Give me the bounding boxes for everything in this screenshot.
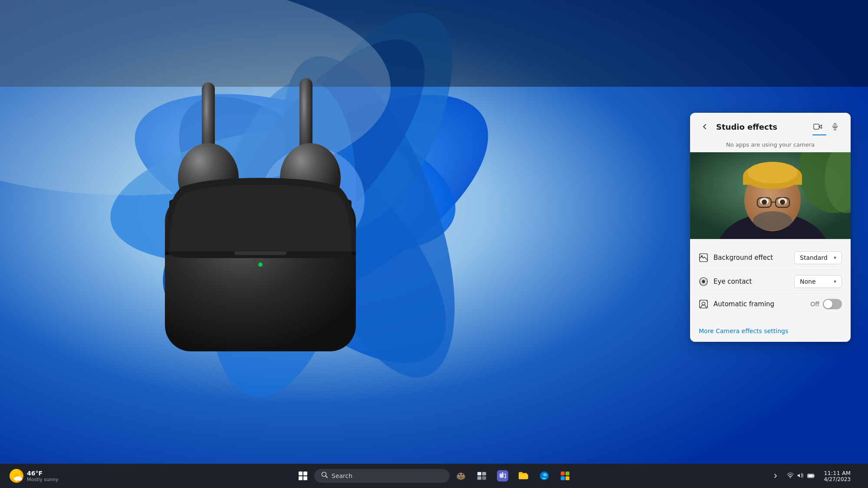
taskbar: 46°F Mostly sunny xyxy=(0,464,868,488)
toggle-knob xyxy=(824,300,832,308)
eye-contact-chevron: ▾ xyxy=(834,278,836,285)
panel-header-icons xyxy=(811,120,842,134)
desktop: Studio effects xyxy=(0,0,868,488)
taskbar-center: Search xyxy=(293,466,575,485)
automatic-framing-value-label: Off xyxy=(810,301,819,308)
svg-point-44 xyxy=(780,200,785,205)
background-effect-value: Standard xyxy=(800,254,828,261)
svg-rect-75 xyxy=(561,476,565,480)
svg-point-46 xyxy=(701,255,703,257)
svg-rect-26 xyxy=(834,124,836,128)
svg-point-66 xyxy=(459,476,463,478)
svg-rect-76 xyxy=(566,476,569,480)
eye-contact-icon xyxy=(699,277,708,286)
automatic-framing-row: Automatic framing Off xyxy=(699,294,842,314)
svg-point-36 xyxy=(747,162,798,183)
windows-logo-tile-2 xyxy=(303,472,307,475)
svg-rect-72 xyxy=(482,476,486,480)
taskbar-app-file-explorer[interactable] xyxy=(514,466,533,485)
background-effect-label: Background effect xyxy=(713,254,773,262)
svg-rect-79 xyxy=(808,475,813,477)
automatic-framing-icon xyxy=(699,299,708,309)
weather-description: Mostly sunny xyxy=(27,477,58,482)
eye-contact-value: None xyxy=(800,278,816,285)
taskbar-app-edge[interactable] xyxy=(535,466,554,485)
weather-widget[interactable]: 46°F Mostly sunny xyxy=(5,466,62,485)
search-label: Search xyxy=(332,472,352,479)
svg-point-67 xyxy=(460,473,461,474)
background-effect-select[interactable]: Standard ▾ xyxy=(794,251,842,264)
background-effect-chevron: ▾ xyxy=(834,255,836,261)
taskbar-right: 11:11 AM 4/27/2023 xyxy=(769,466,863,485)
svg-point-48 xyxy=(702,280,705,283)
camera-icon-btn[interactable] xyxy=(811,120,825,134)
automatic-framing-label-group: Automatic framing xyxy=(699,299,774,309)
svg-rect-71 xyxy=(477,476,481,480)
svg-point-15 xyxy=(258,262,263,267)
file-explorer-icon xyxy=(518,470,529,481)
more-settings-section: More Camera effects settings xyxy=(690,321,851,342)
widgets-icon xyxy=(455,470,467,481)
panel-controls: Background effect Standard ▾ xyxy=(690,239,851,321)
more-settings-link[interactable]: More Camera effects settings xyxy=(699,328,788,334)
wifi-icon xyxy=(787,472,794,480)
store-icon xyxy=(559,470,571,481)
volume-icon xyxy=(797,472,804,480)
windows-logo xyxy=(299,472,307,480)
taskbar-app-teams[interactable] xyxy=(493,466,512,485)
eye-contact-select[interactable]: None ▾ xyxy=(794,275,842,288)
no-apps-message: No apps are using your camera xyxy=(690,139,851,152)
windows-logo-tile-1 xyxy=(299,472,302,475)
background-effect-icon xyxy=(699,253,708,262)
svg-rect-73 xyxy=(561,472,565,475)
background-effect-row: Background effect Standard ▾ xyxy=(699,246,842,270)
weather-icon xyxy=(10,469,23,483)
taskbar-app-store[interactable] xyxy=(556,466,575,485)
clock-time: 11:11 AM xyxy=(824,470,851,476)
svg-point-68 xyxy=(461,473,462,474)
eye-contact-label: Eye contact xyxy=(713,278,752,285)
notification-center[interactable] xyxy=(856,466,863,485)
search-icon xyxy=(321,472,328,480)
panel-header: Studio effects xyxy=(690,113,851,139)
svg-point-77 xyxy=(790,477,791,478)
studio-effects-panel: Studio effects xyxy=(690,113,851,342)
svg-rect-69 xyxy=(477,472,481,475)
battery-icon xyxy=(807,472,815,480)
weather-text: 46°F Mostly sunny xyxy=(27,470,58,482)
back-button[interactable] xyxy=(699,121,711,133)
svg-point-59 xyxy=(18,477,22,481)
svg-rect-70 xyxy=(482,472,486,475)
background-effect-label-group: Background effect xyxy=(699,253,773,262)
panel-title: Studio effects xyxy=(716,122,777,131)
svg-line-61 xyxy=(326,476,328,478)
svg-rect-74 xyxy=(566,472,569,475)
edge-icon xyxy=(539,470,550,481)
eye-contact-row: Eye contact None ▾ xyxy=(699,270,842,294)
teams-icon xyxy=(497,470,508,481)
weather-temperature: 46°F xyxy=(27,470,58,477)
clock-date: 4/27/2023 xyxy=(824,476,851,482)
camera-preview xyxy=(690,152,851,239)
automatic-framing-label: Automatic framing xyxy=(713,300,774,308)
automatic-framing-toggle-container: Off xyxy=(810,299,842,309)
taskbar-app-widgets[interactable] xyxy=(451,466,470,485)
search-bar[interactable]: Search xyxy=(314,469,450,483)
show-hidden-icons-button[interactable] xyxy=(769,466,782,485)
svg-rect-25 xyxy=(814,124,819,129)
system-tray[interactable] xyxy=(783,470,819,482)
svg-point-43 xyxy=(762,200,767,205)
windows-logo-tile-3 xyxy=(299,476,302,480)
panel-header-left: Studio effects xyxy=(699,121,777,133)
mic-icon-btn[interactable] xyxy=(828,120,842,134)
eye-contact-label-group: Eye contact xyxy=(699,277,752,286)
task-view-icon xyxy=(476,470,487,481)
taskbar-app-task-view[interactable] xyxy=(472,466,491,485)
airpods-image xyxy=(130,43,391,356)
automatic-framing-toggle[interactable] xyxy=(823,299,842,309)
system-clock[interactable]: 11:11 AM 4/27/2023 xyxy=(820,468,854,484)
svg-point-40 xyxy=(753,211,792,230)
svg-rect-49 xyxy=(700,300,707,308)
start-button[interactable] xyxy=(293,466,312,485)
windows-logo-tile-4 xyxy=(303,476,307,480)
